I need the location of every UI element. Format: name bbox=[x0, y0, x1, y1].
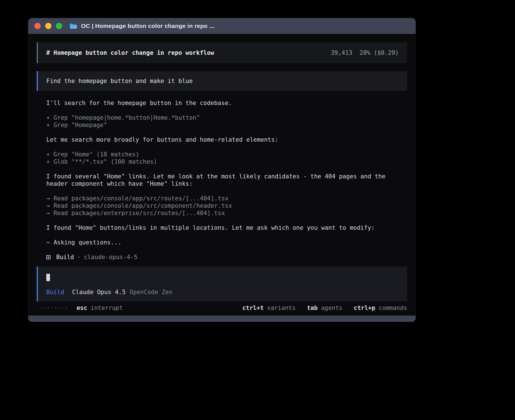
keybind-label: variants bbox=[267, 305, 296, 311]
assistant-text-line: I found "Home" buttons/links in multiple… bbox=[46, 224, 406, 231]
terminal-window: OC | Homepage button color change in rep… bbox=[28, 18, 416, 322]
user-message-text: Find the homepage button and make it blu… bbox=[46, 77, 193, 85]
tool-call-line: →Read packages/console/app/src/routes/[.… bbox=[46, 195, 406, 202]
tool-call-text: Grep "homepage|home.*button|Home.*button… bbox=[54, 114, 200, 121]
keybind-label: agents bbox=[321, 305, 342, 311]
blank-line bbox=[46, 165, 406, 173]
tool-call-text: Read packages/enterprise/src/routes/[...… bbox=[54, 210, 225, 216]
tool-call-line: →Read packages/enterprise/src/routes/[..… bbox=[46, 209, 406, 217]
tool-call-text: Read packages/console/app/src/routes/[..… bbox=[54, 195, 229, 202]
status-bar: ········ escinterrupt ctrl+tvariantstaba… bbox=[37, 304, 407, 312]
session-header: # Homepage button color change in repo w… bbox=[37, 42, 407, 63]
keybind-key: tab bbox=[307, 305, 318, 311]
asterisk-tool-icon: ∗ bbox=[46, 151, 50, 158]
keybind-label: interrupt bbox=[91, 305, 123, 311]
text-cursor-block bbox=[46, 274, 50, 281]
keybind-hint-esc: escinterrupt bbox=[77, 304, 123, 312]
terminal-content: # Homepage button color change in repo w… bbox=[28, 34, 416, 316]
blank-line bbox=[46, 143, 406, 151]
window-bottom-edge bbox=[28, 316, 416, 322]
keybind-key: esc bbox=[77, 305, 87, 311]
session-cost: ($0.29) bbox=[374, 49, 399, 56]
model-info-line: Build Claude Opus 4.5 OpenCode Zen bbox=[46, 288, 399, 296]
tool-call-line: ∗Grep "Homepage" bbox=[46, 121, 406, 129]
model-name-label: Claude Opus 4.5 bbox=[72, 288, 126, 296]
keybind-hints-right: ctrl+tvariantstabagentsctrl+pcommands bbox=[242, 304, 407, 312]
blank-line bbox=[46, 231, 406, 239]
blank-line bbox=[46, 107, 406, 114]
window-title-group: OC | Homepage button color change in rep… bbox=[69, 23, 214, 29]
agent-badge-line: Build·claude-opus-4-5 bbox=[46, 253, 406, 261]
close-button[interactable] bbox=[34, 23, 41, 29]
window-titlebar[interactable]: OC | Homepage button color change in rep… bbox=[28, 18, 416, 34]
agent-mode-label: Build bbox=[46, 288, 64, 296]
asterisk-tool-icon: ∗ bbox=[46, 158, 50, 165]
status-bar-left: ········ escinterrupt bbox=[40, 304, 123, 312]
tool-call-text: Grep "Homepage" bbox=[54, 122, 107, 128]
tool-call-text: Asking questions... bbox=[54, 239, 121, 246]
blank-line bbox=[46, 129, 406, 136]
conversation: I'll search for the homepage button in t… bbox=[37, 99, 407, 261]
spinner-dots-icon: ········ bbox=[40, 304, 68, 312]
model-provider-label: OpenCode Zen bbox=[130, 288, 173, 296]
separator-dot: · bbox=[77, 253, 81, 261]
arrow-right-icon: → bbox=[46, 202, 50, 209]
arrow-right-icon: → bbox=[46, 195, 50, 202]
working-status-line: ~Asking questions... bbox=[46, 239, 406, 246]
zoom-button[interactable] bbox=[56, 23, 62, 29]
user-message: Find the homepage button and make it blu… bbox=[37, 71, 407, 91]
blank-line bbox=[46, 217, 406, 224]
keybind-hint-ctrl-p: ctrl+pcommands bbox=[354, 304, 407, 312]
arrow-right-icon: → bbox=[46, 210, 50, 216]
window-title: OC | Homepage button color change in rep… bbox=[81, 23, 214, 29]
tool-call-text: Glob "**/*.tsx" (100 matches) bbox=[54, 158, 157, 165]
session-stats: 39,41320%($0.29) bbox=[331, 49, 399, 56]
agent-square-icon bbox=[46, 255, 51, 259]
tilde-spinner-icon: ~ bbox=[46, 239, 50, 246]
tool-call-line: ∗Grep "homepage|home.*button|Home.*butto… bbox=[46, 114, 406, 121]
minimize-button[interactable] bbox=[45, 23, 51, 29]
keybind-label: commands bbox=[379, 305, 407, 311]
asterisk-tool-icon: ∗ bbox=[46, 114, 50, 121]
blank-line bbox=[46, 187, 406, 195]
asterisk-tool-icon: ∗ bbox=[46, 122, 50, 128]
session-title: # Homepage button color change in repo w… bbox=[46, 49, 214, 56]
tool-call-line: ∗Grep "Home" (18 matches) bbox=[46, 151, 406, 158]
assistant-text-line: I'll search for the homepage button in t… bbox=[46, 99, 406, 107]
assistant-text-line: Let me search more broadly for buttons a… bbox=[46, 136, 406, 143]
blank-line bbox=[46, 246, 406, 253]
conversation-spacer bbox=[37, 261, 407, 261]
keybind-key: ctrl+p bbox=[354, 305, 375, 311]
prompt-input-line bbox=[46, 274, 399, 281]
keybind-key: ctrl+t bbox=[242, 305, 264, 311]
traffic-lights bbox=[34, 23, 62, 29]
agent-name: Build bbox=[56, 253, 74, 261]
prompt-input[interactable]: Build Claude Opus 4.5 OpenCode Zen bbox=[37, 266, 407, 301]
keybind-hint-ctrl-t: ctrl+tvariants bbox=[242, 304, 296, 312]
keybind-hint-tab: tabagents bbox=[307, 304, 342, 312]
tool-call-text: Grep "Home" (18 matches) bbox=[54, 151, 139, 158]
tool-call-line: →Read packages/console/app/src/component… bbox=[46, 202, 406, 209]
folder-icon bbox=[69, 23, 77, 29]
context-percent: 20% bbox=[360, 49, 370, 56]
token-count: 39,413 bbox=[331, 49, 352, 56]
keybind-hints-left: escinterrupt bbox=[77, 304, 123, 312]
tool-call-text: Read packages/console/app/src/component/… bbox=[54, 202, 232, 209]
agent-model: claude-opus-4-5 bbox=[84, 253, 138, 261]
assistant-text-line: I found several "Home" links. Let me loo… bbox=[46, 173, 406, 187]
tool-call-line: ∗Glob "**/*.tsx" (100 matches) bbox=[46, 158, 406, 165]
